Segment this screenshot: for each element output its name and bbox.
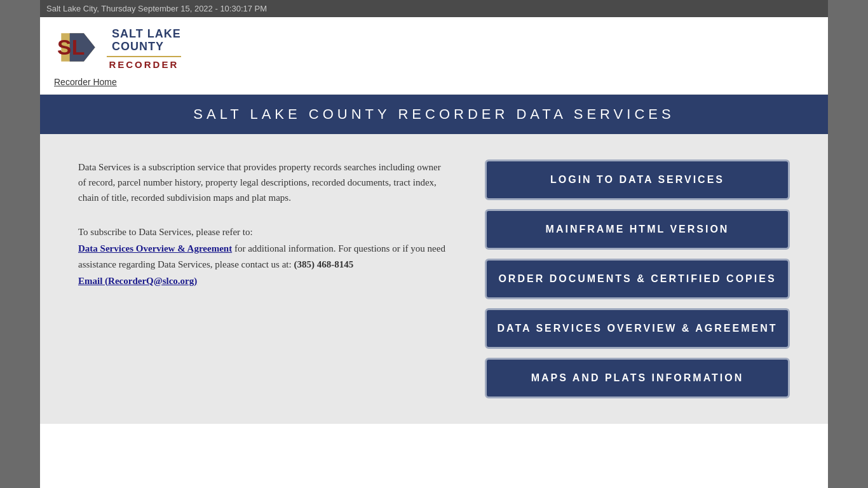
county-name-block: SALT LAKE COUNTY (112, 28, 181, 53)
datetime-label: Salt Lake City, Thursday September 15, 2… (46, 4, 267, 13)
phone-number: (385) 468-8145 (294, 259, 353, 269)
county-text: COUNTY (112, 41, 181, 53)
app-container: Salt Lake City, Thursday September 15, 2… (40, 0, 828, 488)
svg-text:SL: SL (57, 35, 85, 59)
banner-title: SALT LAKE COUNTY RECORDER DATA SERVICES (53, 106, 815, 123)
subscribe-intro: To subscribe to Data Services, please re… (78, 227, 253, 237)
salt-lake-text: SALT LAKE (112, 28, 181, 41)
right-panel: LOGIN TO DATA SERVICES MAINFRAME HTML VE… (485, 159, 790, 398)
overview-link[interactable]: Data Services Overview & Agreement (78, 243, 232, 254)
top-bar: Salt Lake City, Thursday September 15, 2… (40, 0, 828, 17)
order-documents-button[interactable]: ORDER DOCUMENTS & CERTIFIED COPIES (485, 259, 790, 299)
header: SL SALT LAKE COUNTY RECORDER Recorder Ho… (40, 17, 828, 95)
description-text: Data Services is a subscription service … (78, 159, 447, 205)
main-content: Data Services is a subscription service … (40, 134, 828, 424)
email-link[interactable]: Email (RecorderQ@slco.org) (78, 276, 197, 286)
logo-text-area: SALT LAKE COUNTY RECORDER (107, 28, 181, 70)
mainframe-button[interactable]: MAINFRAME HTML VERSION (485, 209, 790, 250)
recorder-home-anchor[interactable]: Recorder Home (54, 77, 117, 87)
recorder-label: RECORDER (107, 56, 181, 70)
banner: SALT LAKE COUNTY RECORDER DATA SERVICES (40, 95, 828, 134)
data-services-overview-button[interactable]: DATA SERVICES OVERVIEW & AGREEMENT (485, 308, 790, 349)
login-button[interactable]: LOGIN TO DATA SERVICES (485, 159, 790, 200)
logo-area: SL SALT LAKE COUNTY RECORDER (53, 27, 181, 71)
left-panel: Data Services is a subscription service … (78, 159, 447, 398)
logo-graphic: SL (53, 27, 104, 71)
subscribe-section: To subscribe to Data Services, please re… (78, 224, 447, 289)
recorder-home-link[interactable]: Recorder Home (54, 76, 117, 88)
maps-plats-button[interactable]: MAPS AND PLATS INFORMATION (485, 358, 790, 398)
